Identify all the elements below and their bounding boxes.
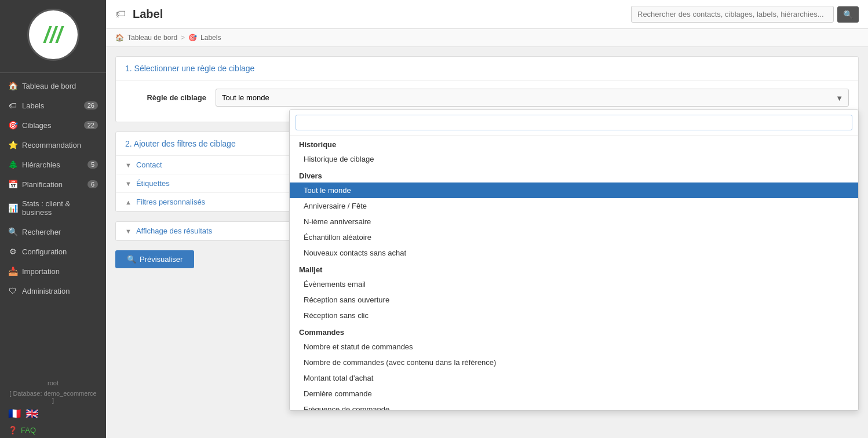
dropdown-search-input[interactable] [296,115,852,130]
topbar-search-button[interactable]: 🔍 [837,6,859,23]
target-icon: 🎯 [8,121,17,130]
hierarchies-badge: 5 [87,160,98,169]
dropdown-item-reception-ouverture[interactable]: Réception sans ouverture [290,292,858,308]
ciblage-rule-label: Règle de ciblage [125,93,206,102]
logo-circle: /// [27,9,79,61]
db-user: root [0,377,106,388]
sidebar-item-recommandation[interactable]: ⭐ Recommandation [0,135,106,155]
sidebar-item-label: Recommandation [22,141,81,149]
contact-label: Contact [136,160,162,169]
preview-button[interactable]: 🔍 Prévisualiser [115,250,194,268]
dropdown-item-reception-clic[interactable]: Réception sans clic [290,308,858,323]
breadcrumb-home-icon: 🏠 [115,34,124,42]
dropdown-item-montant-total[interactable]: Montant total d'achat [290,370,858,386]
sidebar-item-labels[interactable]: 🏷 Labels 26 [0,96,106,115]
sidebar-item-planification[interactable]: 📅 Planification 6 [0,174,106,194]
sidebar-item-administration[interactable]: 🛡 Administration [0,281,106,301]
sidebar-item-label: Rechercher [22,228,61,236]
chevron-down-icon: ▼ [125,228,132,235]
sidebar-item-importation[interactable]: 📥 Importation [0,261,106,281]
sidebar-item-tableau-de-bord[interactable]: 🏠 Tableau de bord [0,76,106,96]
db-name: [ Database: demo_ecommerce ] [0,388,106,405]
page-title-icon: 🏷 [115,8,126,20]
page-title: Label [133,8,163,21]
sidebar-item-configuration[interactable]: ⚙ Configuration [0,242,106,261]
ciblage-rule-row: Règle de ciblage Tout le monde ▼ [125,89,849,107]
sidebar-item-label: Labels [22,101,44,110]
dropdown-item-frequence[interactable]: Fréquence de commande [290,402,858,411]
dropdown-item-historique-ciblage[interactable]: Historique de ciblage [290,151,858,167]
content-relative: 1. Sélectionner une règle de ciblage Règ… [106,47,868,438]
flag-fr[interactable]: 🇫🇷 [8,407,21,420]
preview-label: Prévisualiser [140,255,183,264]
group-commandes: Commandes [290,323,858,339]
dropdown-item-nouveaux-contacts[interactable]: Nouveaux contacts sans achat [290,245,858,261]
search-icon: 🔍 [8,227,17,236]
gear-icon: ⚙ [8,247,17,256]
chevron-up-icon: ▲ [125,199,132,206]
topbar-search-input[interactable] [631,6,834,23]
sidebar: /// 🏠 Tableau de bord 🏷 Labels 26 🎯 Cibl… [0,0,106,438]
dropdown-item-evenements[interactable]: Évènements email [290,276,858,292]
dropdown-item-tout-le-monde[interactable]: Tout le monde [290,183,858,198]
ciblage-rule-select[interactable]: Tout le monde [216,89,849,107]
affichage-label: Affichage des résultats [136,227,212,235]
sidebar-item-label: Planification [22,180,63,189]
sidebar-item-label: Tableau de bord [22,82,76,90]
label-icon: 🏷 [8,101,17,110]
labels-badge: 26 [84,101,98,110]
import-icon: 📥 [8,267,17,276]
section-1-header: 1. Sélectionner une règle de ciblage [116,57,858,81]
breadcrumb: 🏠 Tableau de bord > 🎯 Labels [106,29,868,47]
dropdown-item-nb-commandes[interactable]: Nombre de commandes (avec contenu dans l… [290,355,858,370]
breadcrumb-labels: Labels [200,34,221,42]
topbar-search-wrapper: 🔍 [631,6,859,23]
group-mailjet: Mailjet [290,261,858,276]
ciblages-badge: 22 [84,121,98,129]
chart-icon: 📊 [8,203,17,213]
breadcrumb-labels-icon: 🎯 [188,34,197,42]
dropdown-item-nieme[interactable]: N-ième anniversaire [290,214,858,229]
shield-icon: 🛡 [8,286,17,295]
sidebar-item-label: Stats : client & business [22,199,98,217]
faq-icon: ❓ [8,426,17,435]
sidebar-item-label: Hiérarchies [22,160,60,169]
home-icon: 🏠 [8,81,17,90]
calendar-icon: 📅 [8,180,17,189]
etiquettes-label: Étiquettes [136,179,170,188]
flags-row: 🇫🇷 🇬🇧 [0,405,106,422]
breadcrumb-home-link[interactable]: Tableau de bord [127,34,177,42]
sidebar-item-label: Administration [22,287,70,295]
dropdown-item-anniversaire[interactable]: Anniversaire / Fête [290,198,858,214]
star-icon: ⭐ [8,140,17,149]
sidebar-item-label: Ciblages [22,121,52,130]
dropdown-item-nb-statut[interactable]: Nombre et statut de commandes [290,339,858,355]
preview-icon: 🔍 [127,255,136,264]
dropdown-search-row [290,110,858,136]
group-historique: Historique [290,136,858,151]
flag-gb[interactable]: 🇬🇧 [25,407,38,420]
dropdown-item-derniere-commande[interactable]: Dernière commande [290,386,858,402]
dropdown-overlay: Historique Historique de ciblage Divers … [289,110,859,411]
sidebar-item-ciblages[interactable]: 🎯 Ciblages 22 [0,115,106,135]
group-divers: Divers [290,167,858,183]
faq-link[interactable]: ❓ FAQ [0,422,106,438]
dropdown-item-echantillon[interactable]: Échantillon aléatoire [290,229,858,245]
logo-icon: /// [44,24,63,46]
filtres-label: Filtres personnalisés [136,198,205,206]
sidebar-item-hierarchies[interactable]: 🌲 Hiérarchies 5 [0,155,106,174]
breadcrumb-separator: > [181,34,185,42]
ciblage-rule-select-wrapper: Tout le monde ▼ [216,89,849,107]
sidebar-item-stats[interactable]: 📊 Stats : client & business [0,194,106,222]
main-content: 🏷 Label 🔍 🏠 Tableau de bord > 🎯 Labels 1… [106,0,868,438]
sidebar-item-label: Importation [22,267,60,276]
topbar: 🏷 Label 🔍 [106,0,868,29]
tree-icon: 🌲 [8,160,17,169]
faq-label: FAQ [21,426,36,435]
sidebar-item-label: Configuration [22,247,67,256]
planification-badge: 6 [87,180,98,188]
chevron-down-icon: ▼ [125,180,132,187]
sidebar-logo: /// [0,0,106,70]
chevron-down-icon: ▼ [125,162,132,169]
sidebar-item-rechercher[interactable]: 🔍 Rechercher [0,222,106,242]
